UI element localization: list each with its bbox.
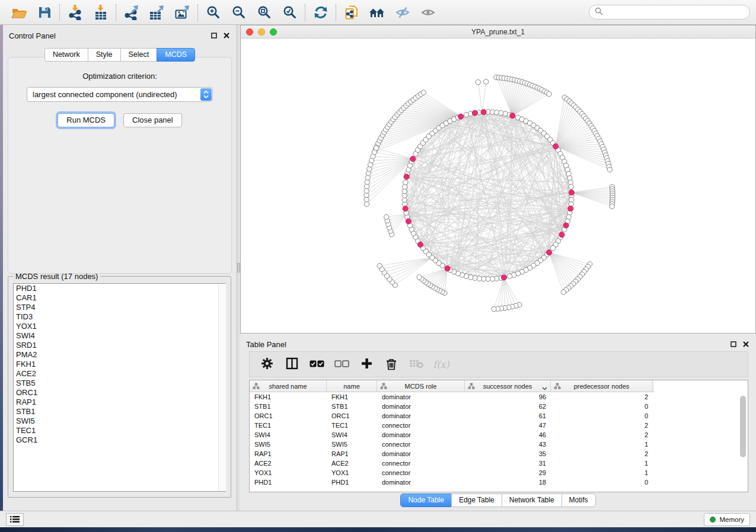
mcds-node[interactable] xyxy=(559,232,564,238)
table-row[interactable]: FKH1FKH1dominator962 xyxy=(250,392,748,402)
tab-network-table[interactable]: Network Table xyxy=(502,493,562,507)
search-input[interactable] xyxy=(607,8,744,17)
export-table-button[interactable] xyxy=(144,2,170,23)
import-network-button[interactable] xyxy=(62,2,88,23)
trash-button[interactable] xyxy=(379,355,404,373)
column-header-predecessor_nodes[interactable]: predecessor nodes xyxy=(551,380,653,392)
save-button[interactable] xyxy=(31,2,57,23)
list-item[interactable]: ACE2 xyxy=(14,369,225,379)
mcds-node[interactable] xyxy=(403,206,408,211)
close-table-panel-button[interactable] xyxy=(743,341,749,347)
mcds-node[interactable] xyxy=(568,206,573,211)
table-row[interactable]: STB1STB1dominator620 xyxy=(250,402,748,411)
add-button[interactable] xyxy=(354,355,379,373)
list-item[interactable]: CAR1 xyxy=(14,293,225,303)
gear-button[interactable] xyxy=(254,355,279,373)
mcds-node[interactable] xyxy=(481,110,486,115)
table-row[interactable]: PHD1PHD1dominator180 xyxy=(250,477,748,487)
export-image-button[interactable] xyxy=(170,2,195,23)
tab-mcds[interactable]: MCDS xyxy=(157,48,195,62)
show-all-button[interactable] xyxy=(415,2,441,23)
list-item[interactable]: SRD1 xyxy=(14,341,225,350)
mcds-node[interactable] xyxy=(410,156,416,162)
table-row[interactable]: RAP1RAP1dominator352 xyxy=(250,449,748,459)
table-row[interactable]: TEC1TEC1connector472 xyxy=(250,421,748,430)
sort-chevron-icon[interactable] xyxy=(542,384,547,392)
first-neighbors-button[interactable] xyxy=(364,2,390,23)
open-folder-button[interactable] xyxy=(6,2,31,23)
list-item[interactable]: PHD1 xyxy=(14,284,225,293)
memory-button[interactable]: Memory xyxy=(704,513,750,526)
search-box[interactable] xyxy=(589,5,750,20)
cell-shared_name: PHD1 xyxy=(250,479,327,486)
zoom-fit-button[interactable] xyxy=(251,2,277,23)
list-item[interactable]: SWI5 xyxy=(14,416,225,426)
mcds-node[interactable] xyxy=(458,114,464,119)
list-item[interactable]: RAP1 xyxy=(14,398,225,407)
column-header-name[interactable]: name xyxy=(327,380,377,392)
optimization-criterion-select[interactable]: largest connected component (undirected) xyxy=(27,87,213,102)
columns-button[interactable] xyxy=(279,355,304,373)
table-row[interactable]: SWI4SWI4dominator462 xyxy=(250,430,748,440)
hide-selected-button[interactable] xyxy=(390,2,415,23)
export-network-button[interactable] xyxy=(119,2,144,23)
tab-network[interactable]: Network xyxy=(44,48,88,62)
float-table-panel-button[interactable] xyxy=(731,341,736,347)
mcds-node[interactable] xyxy=(510,113,515,118)
tab-style[interactable]: Style xyxy=(88,48,121,62)
deselect-all-button[interactable] xyxy=(329,355,354,373)
column-header-successor_nodes[interactable]: successor nodes xyxy=(465,380,551,392)
mcds-node[interactable] xyxy=(553,144,559,149)
tab-motifs[interactable]: Motifs xyxy=(562,493,596,507)
network-graph[interactable] xyxy=(241,38,755,333)
table-row[interactable]: ORC1ORC1dominator610 xyxy=(250,411,748,421)
table-row[interactable]: YOX1YOX1connector291 xyxy=(250,468,748,477)
table-scrollbar[interactable] xyxy=(739,393,747,489)
clone-network-button[interactable] xyxy=(339,2,364,23)
mcds-node[interactable] xyxy=(569,190,574,196)
list-item[interactable]: STB1 xyxy=(14,407,225,416)
list-item[interactable]: YOX1 xyxy=(14,322,225,331)
mcds-node[interactable] xyxy=(501,275,506,280)
run-mcds-button[interactable]: Run MCDS xyxy=(58,113,114,127)
table-scrollbar-thumb[interactable] xyxy=(740,396,746,457)
select-all-button[interactable] xyxy=(304,355,329,373)
list-item[interactable]: STP4 xyxy=(14,303,225,312)
tab-node-table[interactable]: Node Table xyxy=(400,493,452,507)
mcds-node[interactable] xyxy=(563,223,569,228)
network-canvas[interactable] xyxy=(241,38,755,333)
close-mcds-panel-button[interactable]: Close panel xyxy=(123,113,182,127)
table-row[interactable]: SWI5SWI5connector431 xyxy=(250,440,748,449)
list-item[interactable]: TEC1 xyxy=(14,426,225,435)
mcds-node[interactable] xyxy=(417,242,423,247)
zoom-in-button[interactable] xyxy=(200,2,226,23)
mcds-list-scrollbar[interactable] xyxy=(218,284,226,491)
list-item[interactable]: TID3 xyxy=(14,312,225,322)
column-header-mcds_role[interactable]: MCDS role xyxy=(377,380,465,392)
float-panel-button[interactable] xyxy=(211,33,217,39)
refresh-button[interactable] xyxy=(308,2,333,23)
list-item[interactable]: SWI4 xyxy=(14,331,225,341)
column-header-shared_name[interactable]: shared name xyxy=(250,380,327,392)
tab-edge-table[interactable]: Edge Table xyxy=(451,493,502,507)
network-window-titlebar[interactable]: YPA_prune.txt_1 xyxy=(241,25,755,39)
mcds-node[interactable] xyxy=(404,174,409,180)
list-item[interactable]: PMA2 xyxy=(14,350,225,360)
toolbar-groups xyxy=(6,2,441,23)
zoom-out-button[interactable] xyxy=(226,2,251,23)
tab-select[interactable]: Select xyxy=(120,48,158,62)
list-item[interactable]: ORC1 xyxy=(14,388,225,398)
mcds-node[interactable] xyxy=(445,266,450,271)
mcds-node[interactable] xyxy=(547,250,552,255)
list-item[interactable]: GCR1 xyxy=(14,435,225,445)
task-history-button[interactable] xyxy=(6,513,24,526)
table-row[interactable]: ACE2ACE2connector311 xyxy=(250,459,748,468)
list-item[interactable]: FKH1 xyxy=(14,360,225,369)
zoom-selected-button[interactable] xyxy=(277,2,302,23)
mcds-node[interactable] xyxy=(472,110,477,116)
import-table-button[interactable] xyxy=(88,2,113,23)
cell-name: SWI4 xyxy=(327,431,377,438)
mcds-node[interactable] xyxy=(406,219,411,224)
list-item[interactable]: STB5 xyxy=(14,379,225,388)
close-panel-button[interactable] xyxy=(224,33,229,39)
